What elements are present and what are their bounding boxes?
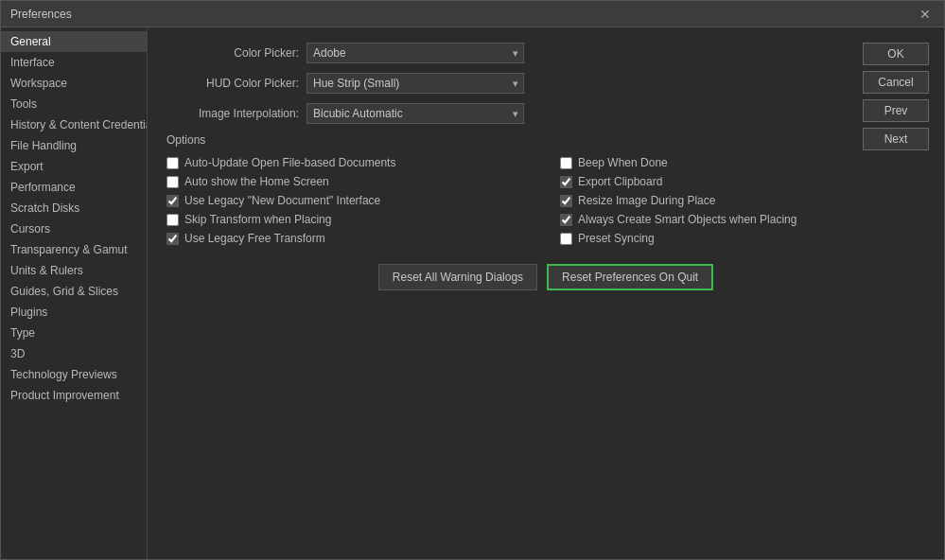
content-area: Color Picker: Adobe HUD Color Picker: Hu… — [148, 27, 944, 559]
checkbox-legacy-new-doc-input[interactable] — [166, 195, 179, 207]
color-picker-select[interactable]: Adobe — [306, 43, 524, 63]
checkbox-resize-image: Resize Image During Place — [560, 194, 925, 207]
checkbox-legacy-free-transform: Use Legacy Free Transform — [166, 232, 532, 245]
image-interpolation-label: Image Interpolation: — [166, 107, 299, 120]
hud-color-picker-row: HUD Color Picker: Hue Strip (Small) — [166, 73, 925, 94]
checkbox-export-clipboard: Export Clipboard — [560, 175, 925, 188]
checkbox-preset-syncing-label: Preset Syncing — [578, 232, 655, 245]
sidebar-item-guides-grid-slices[interactable]: Guides, Grid & Slices — [1, 281, 147, 302]
checkbox-resize-image-input[interactable] — [560, 195, 572, 207]
preferences-dialog: Preferences ✕ GeneralInterfaceWorkspaceT… — [0, 0, 945, 560]
reset-warnings-button[interactable]: Reset All Warning Dialogs — [378, 264, 537, 290]
checkbox-skip-transform-input[interactable] — [166, 214, 179, 226]
color-picker-label: Color Picker: — [166, 46, 299, 60]
sidebar-item-workspace[interactable]: Workspace — [1, 73, 147, 94]
checkbox-legacy-free-transform-input[interactable] — [166, 233, 179, 245]
image-interpolation-select[interactable]: Bicubic Automatic — [306, 103, 524, 124]
close-button[interactable]: ✕ — [916, 8, 935, 21]
checkbox-skip-transform-label: Skip Transform when Placing — [184, 213, 331, 226]
hud-color-picker-select-wrapper: Hue Strip (Small) — [306, 73, 524, 94]
hud-color-picker-label: HUD Color Picker: — [166, 77, 299, 90]
checkbox-home-screen-label: Auto show the Home Screen — [184, 175, 329, 188]
checkbox-preset-syncing-input[interactable] — [560, 233, 572, 245]
dialog-title: Preferences — [10, 8, 72, 21]
sidebar-item-type[interactable]: Type — [1, 323, 147, 343]
ok-button[interactable]: OK — [863, 43, 929, 65]
checkbox-beep-input[interactable] — [560, 157, 572, 169]
sidebar-item-performance[interactable]: Performance — [1, 177, 147, 198]
checkbox-smart-objects-label: Always Create Smart Objects when Placing — [578, 213, 796, 226]
image-interpolation-select-wrapper: Bicubic Automatic — [306, 103, 524, 124]
sidebar-item-transparency-gamut[interactable]: Transparency & Gamut — [1, 239, 147, 260]
sidebar-item-tools[interactable]: Tools — [1, 94, 147, 114]
sidebar-item-product-improvement[interactable]: Product Improvement — [1, 385, 147, 406]
color-picker-row: Color Picker: Adobe — [166, 43, 925, 63]
right-buttons: OK Cancel Prev Next — [863, 43, 929, 150]
image-interpolation-row: Image Interpolation: Bicubic Automatic — [166, 103, 925, 124]
sidebar-item-scratch-disks[interactable]: Scratch Disks — [1, 198, 147, 219]
sidebar-item-export[interactable]: Export — [1, 156, 147, 177]
checkbox-export-clipboard-label: Export Clipboard — [578, 175, 662, 188]
sidebar-item-technology-previews[interactable]: Technology Previews — [1, 364, 147, 385]
sidebar-item-cursors[interactable]: Cursors — [1, 219, 147, 239]
sidebar-item-general[interactable]: General — [1, 31, 147, 52]
checkbox-legacy-new-doc-label: Use Legacy "New Document" Interface — [184, 194, 380, 207]
checkbox-smart-objects-input[interactable] — [560, 214, 572, 226]
checkbox-legacy-new-doc: Use Legacy "New Document" Interface — [166, 194, 532, 207]
checkbox-skip-transform: Skip Transform when Placing — [166, 213, 532, 226]
checkbox-preset-syncing: Preset Syncing — [560, 232, 925, 245]
checkbox-resize-image-label: Resize Image During Place — [578, 194, 715, 207]
sidebar: GeneralInterfaceWorkspaceToolsHistory & … — [1, 27, 148, 559]
color-picker-select-wrapper: Adobe — [306, 43, 524, 63]
checkbox-auto-update-label: Auto-Update Open File-based Documents — [184, 156, 395, 169]
sidebar-item-file-handling[interactable]: File Handling — [1, 135, 147, 156]
sidebar-item-3d[interactable]: 3D — [1, 343, 147, 364]
hud-color-picker-select[interactable]: Hue Strip (Small) — [306, 73, 524, 94]
dialog-body: GeneralInterfaceWorkspaceToolsHistory & … — [1, 27, 944, 559]
checkbox-legacy-free-transform-label: Use Legacy Free Transform — [184, 232, 325, 245]
sidebar-item-history-content-credentials[interactable]: History & Content Credentials — [1, 114, 147, 135]
sidebar-item-units-rulers[interactable]: Units & Rulers — [1, 260, 147, 281]
sidebar-item-plugins[interactable]: Plugins — [1, 302, 147, 323]
checkbox-beep-label: Beep When Done — [578, 156, 668, 169]
bottom-buttons: Reset All Warning Dialogs Reset Preferen… — [166, 264, 925, 290]
options-grid: Auto-Update Open File-based Documents Be… — [166, 156, 925, 245]
reset-prefs-button[interactable]: Reset Preferences On Quit — [547, 264, 713, 290]
cancel-button[interactable]: Cancel — [863, 71, 929, 94]
checkbox-auto-update-input[interactable] — [166, 157, 179, 169]
checkbox-beep: Beep When Done — [560, 156, 925, 169]
checkbox-home-screen-input[interactable] — [166, 176, 179, 188]
checkbox-auto-update: Auto-Update Open File-based Documents — [166, 156, 532, 169]
checkbox-smart-objects: Always Create Smart Objects when Placing — [560, 213, 925, 226]
prev-button[interactable]: Prev — [863, 99, 929, 122]
sidebar-item-interface[interactable]: Interface — [1, 52, 147, 73]
options-label: Options — [166, 133, 925, 147]
checkbox-export-clipboard-input[interactable] — [560, 176, 572, 188]
next-button[interactable]: Next — [863, 128, 929, 150]
checkbox-home-screen: Auto show the Home Screen — [166, 175, 532, 188]
title-bar: Preferences ✕ — [1, 1, 944, 27]
